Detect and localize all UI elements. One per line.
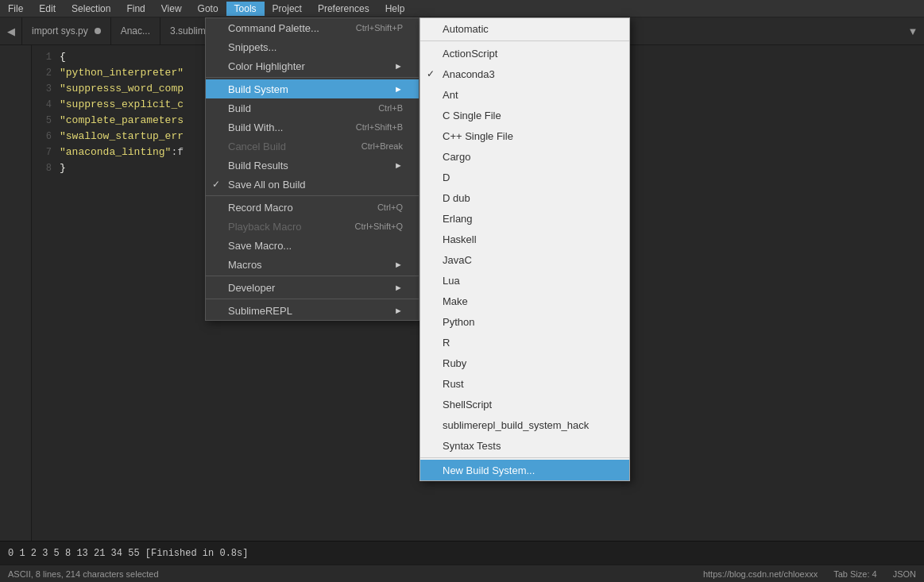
- arrow-icon: ►: [394, 306, 403, 315]
- bs-d-dub[interactable]: D dub: [420, 187, 629, 208]
- tab-label: Anac...: [121, 25, 150, 37]
- output-text: 0 1 2 3 5 8 13 21 34 55 [Finished in 0.8…: [8, 548, 248, 559]
- bs-item-label: Python: [443, 316, 474, 328]
- menu-item-label: Macros: [228, 259, 262, 271]
- menu-item-label: Command Palette...: [228, 22, 319, 34]
- line-num: 1: [32, 49, 60, 65]
- tab-0[interactable]: import sys.py: [22, 17, 111, 44]
- bs-item-label: Cargo: [443, 151, 470, 163]
- bs-sublimerepl-hack[interactable]: sublimerepl_build_system_hack: [420, 414, 629, 435]
- bs-ant[interactable]: Ant: [420, 84, 629, 105]
- bs-actionscript[interactable]: ActionScript: [420, 43, 629, 64]
- menu-view[interactable]: View: [153, 2, 190, 16]
- menu-sep: [206, 195, 419, 196]
- menu-item-command-palette[interactable]: Command Palette... Ctrl+Shift+P: [206, 18, 419, 37]
- statusbar: ASCII, 8 lines, 214 characters selected …: [0, 565, 924, 582]
- bs-new-build-system[interactable]: New Build System...: [420, 460, 629, 480]
- menu-edit[interactable]: Edit: [31, 2, 64, 16]
- arrow-icon: ►: [394, 84, 403, 94]
- menu-item-save-macro[interactable]: Save Macro...: [206, 236, 419, 255]
- bs-item-label: Lua: [443, 275, 460, 287]
- menu-item-label: Playback Macro: [228, 221, 301, 233]
- sidebar: [0, 45, 32, 541]
- bs-lua[interactable]: Lua: [420, 270, 629, 291]
- build-system-menu: Automatic ActionScript ✓ Anaconda3 Ant C…: [419, 17, 630, 481]
- bs-d[interactable]: D: [420, 167, 629, 187]
- menu-item-label: Save All on Build: [228, 179, 306, 191]
- line-num: 2: [32, 65, 60, 81]
- bs-automatic[interactable]: Automatic: [420, 18, 629, 39]
- bs-anaconda3[interactable]: ✓ Anaconda3: [420, 64, 629, 84]
- menu-help[interactable]: Help: [377, 2, 413, 16]
- output-bar: 0 1 2 3 5 8 13 21 34 55 [Finished in 0.8…: [0, 541, 924, 565]
- menu-item-sublimerepl[interactable]: SublimeREPL ►: [206, 301, 419, 320]
- check-icon: ✓: [427, 68, 435, 79]
- menu-selection[interactable]: Selection: [64, 2, 118, 16]
- bs-python[interactable]: Python: [420, 311, 629, 332]
- tab-1[interactable]: Anac...: [111, 17, 160, 44]
- bs-item-label: R: [443, 337, 450, 349]
- tab-dot: [95, 28, 101, 34]
- status-left: ASCII, 8 lines, 214 characters selected: [8, 569, 159, 579]
- bs-javac[interactable]: JavaC: [420, 249, 629, 270]
- menu-item-build-system[interactable]: Build System ►: [206, 79, 419, 98]
- menu-item-macros[interactable]: Macros ►: [206, 255, 419, 274]
- arrow-icon: ►: [394, 283, 403, 292]
- bs-r[interactable]: R: [420, 332, 629, 353]
- menubar: File Edit Selection Find View Goto Tools…: [0, 0, 924, 17]
- bs-item-label: New Build System...: [443, 464, 535, 476]
- bs-c-single-file[interactable]: C Single File: [420, 105, 629, 125]
- menu-item-build[interactable]: Build Ctrl+B: [206, 98, 419, 118]
- check-icon: ✓: [212, 179, 220, 190]
- bs-item-label: JavaC: [443, 254, 472, 266]
- bs-item-label: Syntax Tests: [443, 440, 501, 452]
- bs-rust[interactable]: Rust: [420, 373, 629, 394]
- bs-item-label: Haskell: [443, 233, 477, 245]
- arrow-icon: ►: [394, 61, 403, 71]
- menu-item-save-all-on-build[interactable]: ✓ Save All on Build: [206, 175, 419, 194]
- menu-item-build-results[interactable]: Build Results ►: [206, 156, 419, 175]
- menu-sep: [206, 77, 419, 78]
- menu-shortcut: Ctrl+Shift+P: [356, 23, 403, 33]
- menu-item-record-macro[interactable]: Record Macro Ctrl+Q: [206, 198, 419, 217]
- menu-shortcut: Ctrl+Shift+Q: [354, 222, 403, 231]
- menu-item-label: SublimeREPL: [228, 305, 292, 317]
- bs-item-label: Ruby: [443, 357, 466, 369]
- bs-shellscript[interactable]: ShellScript: [420, 394, 629, 414]
- status-filetype: JSON: [893, 569, 916, 579]
- status-url: https://blog.csdn.net/chloexxx: [703, 569, 818, 579]
- arrow-icon: ►: [394, 260, 403, 269]
- menu-item-snippets[interactable]: Snippets...: [206, 37, 419, 56]
- bs-ruby[interactable]: Ruby: [420, 353, 629, 373]
- bs-item-label: D: [443, 172, 450, 183]
- line-num: 5: [32, 113, 60, 129]
- menu-item-cancel-build: Cancel Build Ctrl+Break: [206, 137, 419, 156]
- menu-item-developer[interactable]: Developer ►: [206, 278, 419, 297]
- menu-tools[interactable]: Tools: [226, 2, 265, 16]
- menu-preferences[interactable]: Preferences: [310, 2, 377, 16]
- bs-item-label: sublimerepl_build_system_hack: [443, 419, 589, 431]
- menu-item-label: Build: [228, 102, 251, 114]
- tab-more-btn[interactable]: ▼: [902, 17, 924, 44]
- bs-item-label: Make: [443, 295, 468, 307]
- line-num: 8: [32, 160, 60, 176]
- menu-file[interactable]: File: [0, 2, 31, 16]
- bs-make[interactable]: Make: [420, 291, 629, 311]
- bs-erlang[interactable]: Erlang: [420, 208, 629, 229]
- bs-cargo[interactable]: Cargo: [420, 146, 629, 167]
- menu-project[interactable]: Project: [265, 2, 310, 16]
- menu-goto[interactable]: Goto: [190, 2, 226, 16]
- menu-item-build-with[interactable]: Build With... Ctrl+Shift+B: [206, 118, 419, 137]
- tab-prev-btn[interactable]: ◀: [0, 17, 22, 44]
- bs-syntax-tests[interactable]: Syntax Tests: [420, 435, 629, 456]
- bs-haskell[interactable]: Haskell: [420, 229, 629, 249]
- menu-shortcut: Ctrl+Q: [377, 202, 403, 212]
- menu-find[interactable]: Find: [118, 2, 153, 16]
- bs-item-label: Automatic: [443, 23, 489, 35]
- bs-cpp-single-file[interactable]: C++ Single File: [420, 125, 629, 146]
- menu-item-color-highlighter[interactable]: Color Highlighter ►: [206, 56, 419, 75]
- bs-item-label: Rust: [443, 378, 464, 390]
- menu-item-label: Record Macro: [228, 202, 293, 214]
- tab-label: import sys.py: [32, 25, 88, 37]
- line-num: 6: [32, 129, 60, 145]
